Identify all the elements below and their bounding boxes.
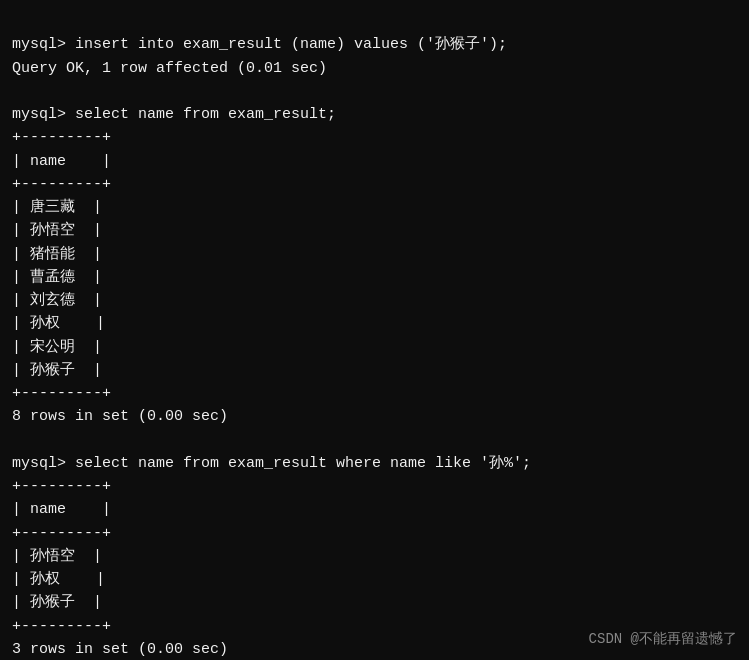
- terminal-line: +---------+: [12, 522, 737, 545]
- terminal-line: [12, 429, 737, 452]
- terminal-line: +---------+: [12, 475, 737, 498]
- terminal-line: | 孙权 |: [12, 568, 737, 591]
- terminal-line: +---------+: [12, 126, 737, 149]
- terminal-line: | 宋公明 |: [12, 336, 737, 359]
- terminal-line: Query OK, 1 row affected (0.01 sec): [12, 57, 737, 80]
- terminal-line: | 孙猴子 |: [12, 359, 737, 382]
- terminal-output: mysql> insert into exam_result (name) va…: [12, 10, 737, 660]
- terminal-line: +---------+: [12, 173, 737, 196]
- terminal-line: +---------+: [12, 382, 737, 405]
- terminal-line: mysql> select name from exam_result wher…: [12, 452, 737, 475]
- terminal-line: 8 rows in set (0.00 sec): [12, 405, 737, 428]
- terminal-line: mysql> insert into exam_result (name) va…: [12, 33, 737, 56]
- terminal-line: | 刘玄德 |: [12, 289, 737, 312]
- terminal-line: | 唐三藏 |: [12, 196, 737, 219]
- terminal-line: mysql> select name from exam_result;: [12, 103, 737, 126]
- terminal-line: | 孙悟空 |: [12, 219, 737, 242]
- watermark: CSDN @不能再留遗憾了: [589, 630, 737, 648]
- terminal-line: | 孙猴子 |: [12, 591, 737, 614]
- terminal-line: | name |: [12, 498, 737, 521]
- terminal-line: [12, 80, 737, 103]
- terminal-line: | 猪悟能 |: [12, 243, 737, 266]
- terminal-line: | name |: [12, 150, 737, 173]
- terminal-line: | 孙悟空 |: [12, 545, 737, 568]
- terminal-line: | 曹孟德 |: [12, 266, 737, 289]
- terminal-line: | 孙权 |: [12, 312, 737, 335]
